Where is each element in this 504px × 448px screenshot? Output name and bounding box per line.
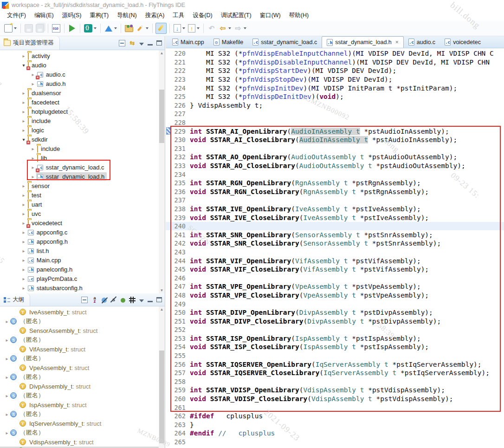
code-line-247[interactable]: 247int SSTAR_VPE_OpenLibrary(VpeAssembly… <box>166 282 504 291</box>
chevron-right-icon[interactable]: ▸ <box>20 53 27 58</box>
outline-maximize-icon[interactable] <box>156 297 162 302</box>
code-line-248[interactable]: 248void SSTAR_VPE_CloseLibrary(VpeAssemb… <box>166 291 504 300</box>
menu-item[interactable]: 重构(T) <box>85 10 113 21</box>
code-line-232[interactable]: 232int SSTAR_AO_OpenLibrary(AudioOutAsse… <box>166 153 504 162</box>
code-line-225[interactable]: 225 MI_S32 (*pfnVdispDeInitDev)(void); <box>166 92 504 101</box>
chevron-right-icon[interactable]: ▸ <box>20 91 27 96</box>
new-wizard-button[interactable] <box>3 23 18 34</box>
menu-item[interactable]: 窗口(W) <box>256 10 285 21</box>
prev-annotation-button[interactable]: ↑ <box>187 23 200 34</box>
dropdown-caret-icon[interactable] <box>146 27 149 29</box>
code-line-254[interactable]: 254void SSTAR_ISP_CloseLibrary(IspAssemb… <box>166 343 504 351</box>
chevron-down-icon[interactable]: ▾ <box>20 63 27 68</box>
outline-item[interactable]: TDivpAssembly_t : struct <box>0 382 165 391</box>
close-tab-icon[interactable]: × <box>395 39 399 45</box>
menu-item[interactable]: 调试配置(T) <box>217 10 256 21</box>
code-line-256[interactable]: 256int SSTAR_IQSERVER_OpenLibrary(IqServ… <box>166 360 504 369</box>
dropdown-caret-icon[interactable] <box>114 27 117 29</box>
code-line-231[interactable]: 231 <box>166 144 504 153</box>
tree-item-audio-h[interactable]: ▸.haudio.h <box>0 79 165 88</box>
menu-item[interactable]: 编辑(E) <box>30 10 58 21</box>
tree-item-list-h[interactable]: ▸.hlist.h <box>0 246 165 255</box>
chevron-right-icon[interactable]: ▸ <box>4 393 10 398</box>
chevron-right-icon[interactable]: ▸ <box>30 81 36 86</box>
editor-tab-sstar-dynamic-load-h[interactable]: .hsstar_dynamic_load.h× <box>322 36 404 48</box>
hide-fields-icon[interactable] <box>102 298 107 303</box>
code-line-262[interactable]: 262#ifdef __cplusplus <box>166 412 504 421</box>
code-line-264[interactable]: 264#endif // __cplusplus <box>166 429 504 438</box>
menu-item[interactable]: 源码(S) <box>58 10 86 21</box>
code-line-237[interactable]: 237 <box>166 196 504 205</box>
code-line-255[interactable]: 255 <box>166 351 504 360</box>
chevron-right-icon[interactable]: ▸ <box>20 248 27 253</box>
chevron-down-icon[interactable]: ▾ <box>20 137 27 142</box>
chevron-right-icon[interactable]: ▸ <box>20 193 27 198</box>
code-line-223[interactable]: 223 MI_S32 (*pfnVdispStopDev)(MI_VDISP_D… <box>166 75 504 84</box>
dropdown-caret-icon[interactable] <box>94 27 97 29</box>
chevron-right-icon[interactable]: ▸ <box>20 286 27 291</box>
outline-item[interactable]: ▸S（匿名） <box>0 409 165 419</box>
code-line-242[interactable]: 242void SSTAR_SNR_CloseLibrary(SensorAss… <box>166 239 504 248</box>
explorer-scrollbar[interactable]: ▲ ▼ <box>159 50 165 293</box>
chevron-right-icon[interactable]: ▸ <box>4 375 10 380</box>
outline-view-menu-icon[interactable] <box>139 299 144 302</box>
chevron-right-icon[interactable]: ▸ <box>20 239 27 244</box>
tree-item-sensor[interactable]: ▸sensor <box>0 181 165 190</box>
code-line-221[interactable]: 221 MI_S32 (*pfnVdispDisableInputChannel… <box>166 58 504 67</box>
code-line-233[interactable]: 233void SSTAR_AO_CloseLibrary(AudioOutAs… <box>166 162 504 170</box>
outline-scrollbar-thumb[interactable] <box>159 351 164 443</box>
chevron-right-icon[interactable]: ▸ <box>4 356 10 361</box>
code-line-246[interactable]: 246 <box>166 273 504 282</box>
code-line-230[interactable]: 230void SSTAR_AI_CloseLibrary(AudioInAss… <box>166 136 504 144</box>
code-line-238[interactable]: 238int SSTAR_IVE_OpenLibrary(IveAssembly… <box>166 205 504 214</box>
code-line-239[interactable]: 239void SSTAR_IVE_CloseLibrary(IveAssemb… <box>166 213 504 222</box>
outline-collapse-all-icon[interactable] <box>81 297 88 303</box>
filter-dot-icon[interactable] <box>121 298 125 303</box>
outline-item[interactable]: ▸S（匿名） <box>0 391 165 400</box>
tree-item-sstar-dynamic-load-h[interactable]: ▸.hsstar_dynamic_load.h <box>0 172 165 181</box>
code-line-228[interactable]: 228 <box>166 118 504 127</box>
outline-item[interactable]: TSensorAssembly_t : struct <box>0 326 165 335</box>
code-line-263[interactable]: 263} <box>166 421 504 429</box>
link-with-editor-icon[interactable]: ⇆ <box>129 40 136 46</box>
outline-item[interactable]: TVpeAssembly_t : struct <box>0 363 165 372</box>
outline-item[interactable]: ▸S（匿名） <box>0 317 165 326</box>
tree-item-appconfig-h[interactable]: ▸.happconfig.h <box>0 237 165 246</box>
chevron-right-icon[interactable]: ▸ <box>20 128 27 133</box>
chevron-right-icon[interactable]: ▸ <box>20 230 27 235</box>
code-line-252[interactable]: 252 <box>166 325 504 334</box>
code-line-240[interactable]: 240 <box>166 222 504 231</box>
code-line-229[interactable]: 229int SSTAR_AI_OpenLibrary(AudioInAssem… <box>166 127 504 136</box>
highlight-button[interactable] <box>155 23 167 34</box>
import-button[interactable] <box>124 23 134 34</box>
tree-item-include[interactable]: ▸include <box>0 144 165 153</box>
editor-tab-makefile[interactable]: ◎Makefile <box>209 36 248 48</box>
outline-item[interactable]: ▸S（匿名） <box>0 335 165 344</box>
tree-item-main-cpp[interactable]: ▸.cMain.cpp <box>0 255 165 265</box>
run-button[interactable] <box>67 23 77 34</box>
code-editor[interactable]: 220 MI_S32 (*pfnVdispEnableInputChannel)… <box>166 48 504 448</box>
code-line-245[interactable]: 245void SSTAR_VIF_CloseLibrary(VifAssemb… <box>166 265 504 274</box>
tree-item-statusbarconfig-h[interactable]: ▸.hstatusbarconfig.h <box>0 283 165 292</box>
code-line-241[interactable]: 241int SSTAR_SNR_OpenLibrary(SensorAssem… <box>166 230 504 239</box>
code-line-243[interactable]: 243 <box>166 248 504 257</box>
editor-tab-sstar-dynamic-load-c[interactable]: .csstar_dynamic_load.c <box>248 36 322 48</box>
view-menu-icon[interactable] <box>139 43 144 45</box>
editor-tab-audio-c[interactable]: .caudio.c <box>404 36 440 48</box>
code-line-257[interactable]: 257void SSTAR_IQSERVER_CloseLibrary(IqSe… <box>166 369 504 377</box>
chevron-right-icon[interactable]: ▸ <box>30 165 36 170</box>
chevron-right-icon[interactable]: ▸ <box>30 156 36 161</box>
menu-item[interactable]: 导航(N) <box>113 10 141 21</box>
code-line-220[interactable]: 220 MI_S32 (*pfnVdispEnableInputChannel)… <box>166 49 504 58</box>
sort-az-icon[interactable]: az <box>91 297 98 303</box>
tree-item-voicedetect[interactable]: ▸voicedetect <box>0 218 165 227</box>
code-line-265[interactable]: 265 <box>166 438 504 447</box>
code-line-227[interactable]: 227 <box>166 110 504 118</box>
dropdown-caret-icon[interactable] <box>14 27 17 29</box>
hash-filter-icon[interactable] <box>129 297 136 303</box>
minimize-icon[interactable] <box>148 41 153 45</box>
menu-item[interactable]: 文件(F) <box>3 10 30 21</box>
dropdown-caret-icon[interactable] <box>197 27 200 29</box>
explorer-scrollbar-thumb[interactable] <box>159 90 164 143</box>
editor-tab-main-cpp[interactable]: .cMain.cpp <box>168 36 209 48</box>
